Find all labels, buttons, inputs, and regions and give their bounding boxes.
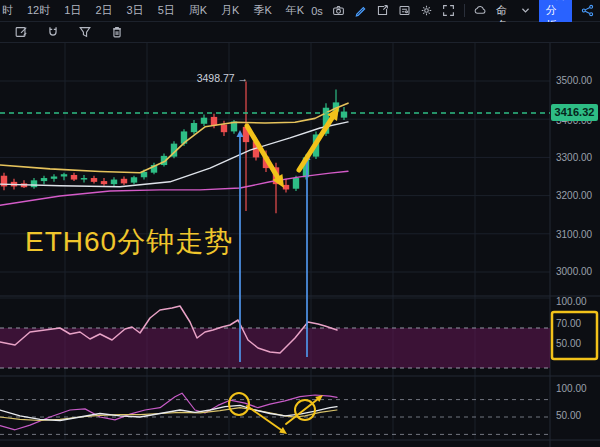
timeframe-1m[interactable]: 月K <box>221 3 239 18</box>
rsi-axis-label: 70.00 <box>556 318 598 329</box>
timeframe-1w[interactable]: 周K <box>189 3 207 18</box>
price-axis-label: 3300.00 <box>556 152 598 163</box>
camera-icon[interactable] <box>332 4 345 17</box>
kdj-axis-label: 100.00 <box>556 383 598 394</box>
timeframe-5d[interactable]: 5日 <box>158 3 175 18</box>
timeframe-2d[interactable]: 2日 <box>95 3 112 18</box>
current-price-tag: 3416.32 <box>551 104 598 121</box>
chart-app: 时 12时 1日 2日 3日 5日 周K 月K 季K 年K 0s <box>0 0 600 447</box>
rsi-axis-label: 100.00 <box>556 296 598 307</box>
replay-speed-label[interactable]: 0s <box>311 5 323 17</box>
timeframe-3d[interactable]: 3日 <box>127 3 144 18</box>
draw-pencil-icon[interactable] <box>354 4 367 17</box>
filter-icon[interactable] <box>78 25 92 39</box>
timeframe-12h[interactable]: 12时 <box>27 3 50 18</box>
timeframe-0[interactable]: 时 <box>2 3 13 18</box>
high-price-label: 3498.77 → <box>196 72 248 84</box>
cloud-save-icon[interactable] <box>473 4 487 17</box>
kdj-axis-label: 50.00 <box>556 410 598 421</box>
timeframe-1q[interactable]: 季K <box>253 3 271 18</box>
timeframe-1y[interactable]: 年K <box>286 3 304 18</box>
price-axis-label: 3000.00 <box>556 266 598 277</box>
chevron-down-icon[interactable] <box>521 7 530 14</box>
chart-watermark-text: ETH60分钟走势 <box>25 223 233 261</box>
fullscreen-icon[interactable] <box>442 4 455 17</box>
indicator-window-icon[interactable] <box>376 4 389 17</box>
rsi-axis-label: 50.00 <box>556 338 598 349</box>
share-icon[interactable] <box>581 4 594 17</box>
top-toolbar: 时 12时 1日 2日 3日 5日 周K 月K 季K 年K 0s <box>0 0 600 22</box>
price-axis-label: 3100.00 <box>556 229 598 240</box>
timeframe-1d[interactable]: 1日 <box>64 3 81 18</box>
magnet-icon[interactable] <box>46 25 60 39</box>
note-edit-icon[interactable] <box>14 25 28 39</box>
trash-icon[interactable] <box>110 25 124 39</box>
chart-settings-icon[interactable] <box>398 4 411 17</box>
price-axis-label: 3200.00 <box>556 190 598 201</box>
gear-icon[interactable] <box>420 4 433 17</box>
drawing-toolbar <box>0 22 600 43</box>
price-axis-label: 3500.00 <box>556 75 598 86</box>
